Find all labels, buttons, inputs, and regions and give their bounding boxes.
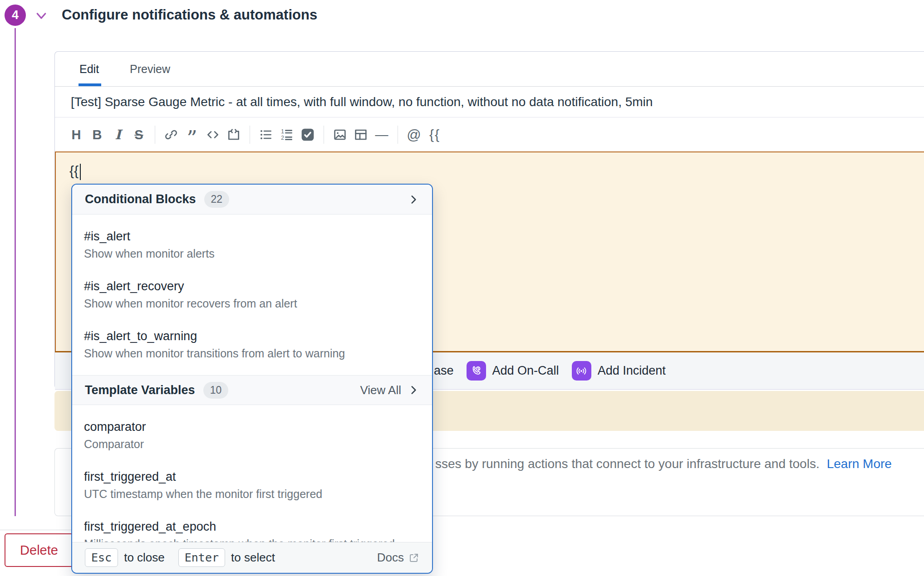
toolbar-divider <box>398 126 398 144</box>
add-incident-button[interactable]: Add Incident <box>572 361 666 381</box>
incident-icon <box>572 361 591 381</box>
task-list-icon[interactable] <box>297 125 318 144</box>
heading-icon[interactable]: H <box>66 125 87 144</box>
toolbar-divider <box>324 126 324 144</box>
page-title: Configure notifications & automations <box>62 7 317 23</box>
ordered-list-icon[interactable]: 12 <box>276 125 297 144</box>
toolbar-divider <box>155 126 155 144</box>
chevron-right-icon[interactable] <box>408 194 419 205</box>
horizontal-rule-icon[interactable]: — <box>371 125 392 144</box>
autocomplete-item[interactable]: comparator Comparator <box>72 410 432 460</box>
link-icon[interactable] <box>161 125 182 144</box>
learn-more-link[interactable]: Learn More <box>827 457 892 471</box>
autocomplete-item[interactable]: #is_alert_to_warning Show when monitor t… <box>72 320 432 370</box>
autocomplete-item[interactable]: first_triggered_at_epoch Milliseconds ep… <box>72 510 432 542</box>
conditional-blocks-header[interactable]: Conditional Blocks 22 <box>72 185 432 215</box>
autocomplete-item[interactable]: #is_alert Show when monitor alerts <box>72 220 432 270</box>
step-connector-line <box>15 28 16 516</box>
italic-icon[interactable]: I <box>108 125 128 144</box>
automation-note: sses by running actions that connect to … <box>435 457 892 471</box>
enter-key-hint: Enter <box>178 548 225 567</box>
count-badge: 10 <box>203 382 229 399</box>
code-icon[interactable] <box>202 125 223 144</box>
autocomplete-body: Conditional Blocks 22 #is_alert Show whe… <box>72 185 432 542</box>
esc-key-hint: Esc <box>85 548 118 567</box>
mention-icon[interactable]: @ <box>403 125 424 144</box>
strikethrough-icon[interactable]: S <box>128 125 149 144</box>
docs-link[interactable]: Docs <box>377 551 419 565</box>
image-icon[interactable] <box>329 125 350 144</box>
count-badge: 22 <box>204 191 230 208</box>
svg-text:2: 2 <box>281 135 284 141</box>
notification-title-input[interactable] <box>71 95 906 109</box>
on-call-icon <box>467 361 486 381</box>
delete-button[interactable]: Delete <box>5 533 74 567</box>
view-all-link[interactable]: View All <box>360 383 401 397</box>
svg-text:1: 1 <box>281 128 284 135</box>
editor-toolbar: HBIS ” 12 — @{{ <box>55 118 924 151</box>
add-on-call-button[interactable]: Add On-Call <box>467 361 559 381</box>
notification-title-row <box>55 87 924 117</box>
autocomplete-item[interactable]: first_triggered_at UTC timestamp when th… <box>72 460 432 510</box>
chevron-down-icon[interactable] <box>34 9 49 23</box>
code-block-icon[interactable] <box>223 125 244 144</box>
autocomplete-item[interactable]: #is_alert_recovery Show when monitor rec… <box>72 270 432 320</box>
editor-tabbar: Edit Preview <box>55 52 924 87</box>
external-link-icon <box>408 552 419 563</box>
add-case-button-clipped[interactable]: ase <box>434 364 454 378</box>
template-autocomplete-dropdown: Conditional Blocks 22 #is_alert Show whe… <box>71 184 433 574</box>
blockquote-icon[interactable]: ” <box>182 125 202 144</box>
message-content: {{ <box>69 163 79 178</box>
table-icon[interactable] <box>350 125 371 144</box>
text-cursor <box>80 164 81 180</box>
template-variables-header[interactable]: Template Variables 10 View All <box>72 375 432 405</box>
monitor-config-page: 4 Configure notifications & automations … <box>0 0 924 576</box>
autocomplete-footer: Esc to close Enter to select Docs <box>72 542 432 573</box>
toolbar-divider <box>250 126 250 144</box>
bullet-list-icon[interactable] <box>256 125 276 144</box>
bold-icon[interactable]: B <box>87 125 108 144</box>
tab-edit[interactable]: Edit <box>79 52 99 86</box>
chevron-right-icon[interactable] <box>408 384 419 396</box>
step-number-badge: 4 <box>5 5 26 26</box>
template-braces-icon[interactable]: {{ <box>424 125 445 144</box>
tab-preview[interactable]: Preview <box>130 52 170 86</box>
